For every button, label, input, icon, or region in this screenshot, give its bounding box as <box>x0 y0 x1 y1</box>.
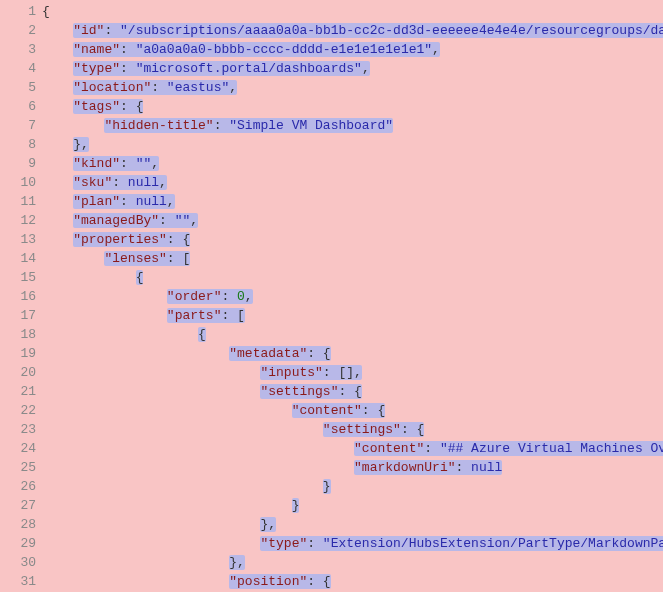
token-key: "content" <box>292 403 362 418</box>
diff-highlight: "content": { <box>292 403 386 418</box>
code-line[interactable]: 31 "position": { <box>0 572 663 591</box>
token-key: "content" <box>354 441 424 456</box>
code-line[interactable]: 1{ <box>0 2 663 21</box>
token-punc: : { <box>120 99 143 114</box>
token-punc: , <box>159 175 167 190</box>
diff-highlight: } <box>292 498 300 513</box>
code-content: "order": 0, <box>42 287 253 306</box>
code-content: "content": "## Azure Virtual Machines Ov… <box>42 439 663 458</box>
code-content: "parts": [ <box>42 306 245 325</box>
line-number: 30 <box>0 553 42 572</box>
code-content: "tags": { <box>42 97 143 116</box>
line-number: 15 <box>0 268 42 287</box>
token-key: "kind" <box>73 156 120 171</box>
code-line[interactable]: 30 }, <box>0 553 663 572</box>
token-punc: }, <box>229 555 245 570</box>
diff-highlight: "sku": null, <box>73 175 167 190</box>
line-number: 29 <box>0 534 42 553</box>
token-punc: } <box>323 479 331 494</box>
code-content: "position": { <box>42 572 331 591</box>
line-number: 27 <box>0 496 42 515</box>
code-line[interactable]: 5 "location": "eastus", <box>0 78 663 97</box>
code-content: "location": "eastus", <box>42 78 237 97</box>
line-number: 28 <box>0 515 42 534</box>
diff-highlight: { <box>136 270 144 285</box>
code-line[interactable]: 15 { <box>0 268 663 287</box>
token-punc: , <box>190 213 198 228</box>
code-line[interactable]: 12 "managedBy": "", <box>0 211 663 230</box>
token-punc: , <box>151 156 159 171</box>
code-line[interactable]: 17 "parts": [ <box>0 306 663 325</box>
code-line[interactable]: 2 "id": "/subscriptions/aaaa0a0a-bb1b-cc… <box>0 21 663 40</box>
line-number: 23 <box>0 420 42 439</box>
token-punc: { <box>198 327 206 342</box>
token-punc: : <box>307 536 323 551</box>
code-line[interactable]: 27 } <box>0 496 663 515</box>
token-key: "settings" <box>260 384 338 399</box>
code-line[interactable]: 11 "plan": null, <box>0 192 663 211</box>
token-key: "name" <box>73 42 120 57</box>
diff-highlight: "type": "Extension/HubsExtension/PartTyp… <box>260 536 663 551</box>
token-key: "markdownUri" <box>354 460 455 475</box>
code-line[interactable]: 29 "type": "Extension/HubsExtension/Part… <box>0 534 663 553</box>
code-line[interactable]: 14 "lenses": [ <box>0 249 663 268</box>
token-punc: : <box>120 194 136 209</box>
line-number: 22 <box>0 401 42 420</box>
token-punc: : <box>221 289 237 304</box>
token-string: "microsoft.portal/dashboards" <box>136 61 362 76</box>
code-line[interactable]: 16 "order": 0, <box>0 287 663 306</box>
code-editor[interactable]: 1{2 "id": "/subscriptions/aaaa0a0a-bb1b-… <box>0 0 663 591</box>
code-line[interactable]: 22 "content": { <box>0 401 663 420</box>
code-line[interactable]: 23 "settings": { <box>0 420 663 439</box>
diff-highlight: { <box>198 327 206 342</box>
diff-highlight: "position": { <box>229 574 330 589</box>
diff-highlight: } <box>323 479 331 494</box>
token-punc: , <box>362 61 370 76</box>
diff-highlight: }, <box>260 517 276 532</box>
token-punc: : { <box>362 403 385 418</box>
code-line[interactable]: 6 "tags": { <box>0 97 663 116</box>
line-number: 24 <box>0 439 42 458</box>
token-key: "managedBy" <box>73 213 159 228</box>
token-punc: : { <box>307 346 330 361</box>
diff-highlight: "metadata": { <box>229 346 330 361</box>
code-content: }, <box>42 515 276 534</box>
code-line[interactable]: 28 }, <box>0 515 663 534</box>
token-string: "/subscriptions/aaaa0a0a-bb1b-cc2c-dd3d-… <box>120 23 663 38</box>
token-punc: : { <box>338 384 361 399</box>
token-punc: , <box>167 194 175 209</box>
token-key: "lenses" <box>104 251 166 266</box>
code-line[interactable]: 13 "properties": { <box>0 230 663 249</box>
code-content: "settings": { <box>42 420 424 439</box>
code-line[interactable]: 9 "kind": "", <box>0 154 663 173</box>
code-content: "hidden-title": "Simple VM Dashboard" <box>42 116 393 135</box>
code-line[interactable]: 18 { <box>0 325 663 344</box>
code-line[interactable]: 4 "type": "microsoft.portal/dashboards", <box>0 59 663 78</box>
line-number: 19 <box>0 344 42 363</box>
code-content: } <box>42 496 299 515</box>
token-punc: , <box>432 42 440 57</box>
token-punc: } <box>292 498 300 513</box>
code-line[interactable]: 8 }, <box>0 135 663 154</box>
code-line[interactable]: 25 "markdownUri": null <box>0 458 663 477</box>
code-line[interactable]: 7 "hidden-title": "Simple VM Dashboard" <box>0 116 663 135</box>
code-content: } <box>42 477 331 496</box>
token-string: "" <box>175 213 191 228</box>
token-punc: { <box>136 270 144 285</box>
code-line[interactable]: 3 "name": "a0a0a0a0-bbbb-cccc-dddd-e1e1e… <box>0 40 663 59</box>
line-number: 20 <box>0 363 42 382</box>
code-line[interactable]: 21 "settings": { <box>0 382 663 401</box>
token-null: null <box>471 460 502 475</box>
code-line[interactable]: 10 "sku": null, <box>0 173 663 192</box>
line-number: 2 <box>0 21 42 40</box>
code-line[interactable]: 20 "inputs": [], <box>0 363 663 382</box>
code-line[interactable]: 19 "metadata": { <box>0 344 663 363</box>
line-number: 7 <box>0 116 42 135</box>
code-content: "type": "microsoft.portal/dashboards", <box>42 59 370 78</box>
line-number: 9 <box>0 154 42 173</box>
diff-highlight: "inputs": [], <box>260 365 361 380</box>
code-line[interactable]: 26 } <box>0 477 663 496</box>
code-line[interactable]: 24 "content": "## Azure Virtual Machines… <box>0 439 663 458</box>
line-number: 3 <box>0 40 42 59</box>
token-punc: : { <box>401 422 424 437</box>
